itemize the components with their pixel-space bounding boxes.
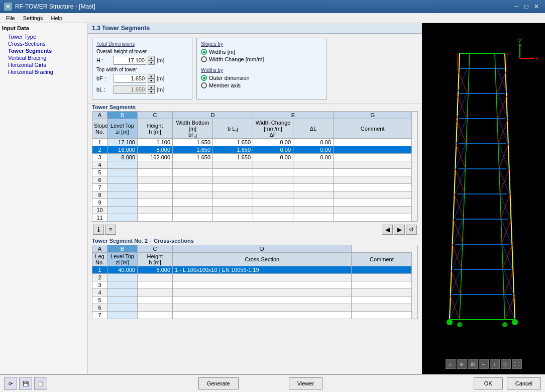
bottom-icon1[interactable]: ⟳	[4, 377, 17, 390]
cs-leveltop	[107, 281, 138, 289]
col-header-c: C	[138, 112, 173, 119]
seg-table-scrollbar[interactable]	[412, 111, 418, 222]
viewer-camera-btn[interactable]: ◎	[501, 359, 511, 369]
seg-no: 1	[92, 139, 107, 146]
bf-spin-up[interactable]: ▲	[148, 74, 155, 78]
viewer-home-btn[interactable]: ⌂	[446, 359, 456, 369]
tower-segments-table: A B C D E G SlopeNo. Level Topzi [m] Hei…	[92, 111, 412, 222]
bf-spin-down[interactable]: ▼	[148, 78, 155, 83]
table-row[interactable]: 2 16.000 8.000 1.650 1.650 0.00 0.00	[92, 146, 412, 154]
seg-height: 8.000	[138, 146, 173, 154]
sidebar-item-tower-type[interactable]: Tower Type	[2, 33, 85, 40]
bl-spin-up[interactable]: ▲	[148, 85, 155, 89]
h-spinner[interactable]: ▲ ▼	[148, 56, 155, 65]
widths-option2-row[interactable]: Member axis	[201, 82, 322, 88]
menu-help[interactable]: Help	[47, 15, 66, 22]
sidebar-item-cross-sections[interactable]: Cross-Sections	[2, 40, 85, 47]
bf-spinner[interactable]: ▲ ▼	[148, 74, 155, 83]
next-button[interactable]: ▶	[394, 225, 405, 235]
info-button[interactable]: ℹ	[93, 225, 104, 235]
close-button[interactable]: ✕	[532, 3, 541, 11]
seg-no: 8	[92, 191, 107, 199]
tower-segments-section: Tower Segments	[92, 104, 418, 222]
bf-input[interactable]	[114, 74, 146, 83]
table-row[interactable]: 6	[92, 176, 412, 184]
seg-wcl: 0.00	[293, 146, 334, 154]
slopes-by-panel: Slopes by Widths [m] Width Change [mm/m]…	[196, 38, 327, 100]
sidebar-item-vertical-bracing[interactable]: Vertical Bracing	[2, 54, 85, 61]
seg-wbl: 1.650	[213, 146, 253, 154]
menu-settings[interactable]: Settings	[19, 15, 47, 22]
seg-wcl	[293, 169, 334, 176]
table-row[interactable]: 6	[92, 304, 412, 312]
cs-no: 2	[92, 274, 107, 281]
table-row[interactable]: 7	[92, 312, 412, 319]
cancel-button[interactable]: Cancel	[507, 377, 541, 389]
slopes-option2-row[interactable]: Width Change [mm/m]	[201, 56, 322, 62]
cs-crosssection	[173, 281, 352, 289]
slopes-radio1[interactable]	[201, 49, 207, 55]
seg-height: 1.100	[138, 139, 173, 146]
bottom-icon2[interactable]: 💾	[19, 377, 32, 390]
slopes-radio2[interactable]	[201, 56, 207, 62]
table-row[interactable]: 5	[92, 297, 412, 304]
viewer-rotate-y-btn[interactable]: ↕	[490, 359, 500, 369]
seg-wbf	[173, 176, 213, 184]
table-row[interactable]: 3	[92, 281, 412, 289]
cs-subhdr-crosssection: Cross-Section	[173, 253, 352, 266]
h-spin-up[interactable]: ▲	[148, 56, 155, 60]
table-row[interactable]: 10	[92, 207, 412, 214]
table-row[interactable]: 8	[92, 191, 412, 199]
widths-option1-row[interactable]: Outer dimension	[201, 75, 322, 81]
seg-height	[138, 207, 173, 214]
sidebar: Input Data Tower Type Cross-Sections Tow…	[0, 23, 88, 374]
table-row[interactable]: 4	[92, 161, 412, 169]
cs-crosssection	[173, 274, 352, 281]
reset-button[interactable]: ↺	[406, 225, 417, 235]
table1-bottom-toolbar: ℹ ≡ ◀ ▶ ↺	[92, 225, 418, 235]
table-row[interactable]: 4	[92, 289, 412, 297]
seg-wbf	[173, 199, 213, 207]
h-spin-down[interactable]: ▼	[148, 60, 155, 65]
viewer-zoom-btn[interactable]: ⊕	[457, 359, 467, 369]
table-row[interactable]: 3 8.000 162.000 1.650 1.650 0.00 0.00	[92, 154, 412, 161]
prev-button[interactable]: ◀	[382, 225, 393, 235]
table-row[interactable]: 11	[92, 214, 412, 222]
menu-button[interactable]: ≡	[105, 225, 116, 235]
sidebar-item-horizontal-girts[interactable]: Horizontal Girts	[2, 61, 85, 68]
seg-height	[138, 161, 173, 169]
table-row[interactable]: 9	[92, 199, 412, 207]
bl-input[interactable]	[114, 85, 146, 94]
subhdr-wcf: Width Change [mm/m]ΔF	[253, 119, 293, 139]
viewer-fit-btn[interactable]: ⊞	[468, 359, 478, 369]
table-row[interactable]: 7	[92, 184, 412, 191]
maximize-button[interactable]: □	[522, 3, 531, 11]
seg-wcf	[253, 184, 293, 191]
minimize-button[interactable]: ─	[512, 3, 521, 11]
viewer-rotate-x-btn[interactable]: ↔	[479, 359, 489, 369]
menu-file[interactable]: File	[2, 15, 19, 22]
cs-col-c: C	[138, 245, 173, 253]
viewer-fullscreen-btn[interactable]: ⛶	[512, 359, 522, 369]
table-row[interactable]: 1 17.100 1.100 1.650 1.650 0.00 0.00	[92, 139, 412, 146]
sidebar-item-horizontal-bracing[interactable]: Horizontal Bracing	[2, 68, 85, 75]
seg-wbl: 1.650	[213, 154, 253, 161]
sidebar-item-tower-segments[interactable]: Tower Segments	[2, 47, 85, 54]
bl-unit: [m]	[157, 86, 164, 92]
table-row[interactable]: 1 40.000 8.000 1 - L 100x100x10 | EN 100…	[92, 266, 412, 274]
cs-table-scrollbar[interactable]	[412, 245, 418, 319]
widths-radio1[interactable]	[201, 75, 207, 81]
seg-comment	[334, 199, 412, 207]
table-row[interactable]: 2	[92, 274, 412, 281]
generate-button[interactable]: Generate	[198, 377, 239, 389]
viewer-button[interactable]: Viewer	[289, 377, 322, 389]
h-input[interactable]	[114, 56, 146, 65]
widths-radio2[interactable]	[201, 82, 207, 88]
bottom-icon3[interactable]: 📋	[34, 377, 47, 390]
sidebar-title: Input Data	[2, 25, 85, 31]
ok-button[interactable]: OK	[474, 377, 503, 389]
bl-spinner[interactable]: ▲ ▼	[148, 85, 155, 94]
bl-spin-down[interactable]: ▼	[148, 89, 155, 94]
slopes-option1-row[interactable]: Widths [m]	[201, 49, 322, 55]
table-row[interactable]: 5	[92, 169, 412, 176]
